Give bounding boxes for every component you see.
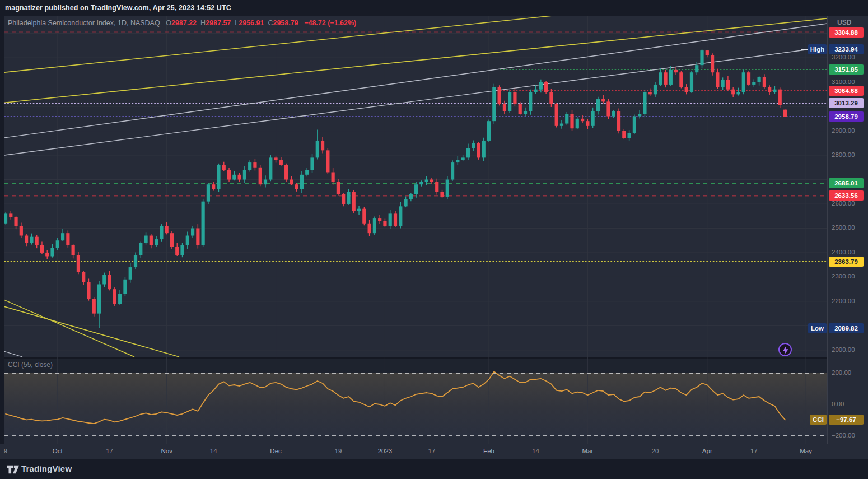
time-axis-tick: 20	[652, 448, 659, 454]
price-pane[interactable]	[0, 16, 827, 357]
price-badge: 2363.79	[829, 257, 864, 267]
ohlc-key: H	[200, 19, 206, 27]
ohlc-value: 2958.79	[273, 19, 298, 27]
high-chip: High	[808, 44, 827, 54]
candle-body	[97, 284, 101, 313]
candle-body	[570, 114, 573, 128]
trend-line	[0, 305, 179, 357]
price-pane-content	[0, 16, 827, 357]
candle-body	[332, 172, 335, 182]
candle-body	[342, 194, 345, 204]
candle-body	[139, 243, 142, 255]
candle-body	[347, 192, 350, 204]
candle-body	[544, 82, 548, 92]
currency-label: USD	[837, 18, 851, 26]
trend-line	[0, 24, 827, 138]
candle-body	[170, 233, 174, 247]
boost-button[interactable]	[778, 343, 792, 356]
price-axis[interactable]: USD 3200.003100.002900.002800.002600.002…	[827, 16, 868, 444]
price-badge: 3304.88	[829, 27, 864, 38]
candle-body	[25, 236, 28, 243]
candle-body	[123, 280, 127, 294]
time-axis-tick: Apr	[702, 448, 712, 454]
candle-body	[150, 236, 153, 245]
candle-body	[352, 192, 356, 211]
candle-body	[654, 85, 657, 94]
candle-body	[50, 248, 54, 256]
candle-body	[617, 111, 620, 131]
time-axis-tick: 14	[210, 448, 217, 454]
time-axis-tick: Feb	[483, 448, 494, 454]
time-axis-tick: 9	[4, 448, 7, 454]
candle-body	[404, 199, 407, 206]
time-axis-tick: Dec	[270, 448, 281, 454]
candle-body	[383, 221, 386, 226]
time-axis-tick: 17	[750, 448, 758, 454]
cci-pane[interactable]	[0, 357, 827, 444]
cci-indicator-label[interactable]: CCI (55, close)	[8, 361, 53, 369]
candle-body	[461, 157, 465, 160]
candle-body	[612, 111, 615, 117]
candle-body	[295, 184, 298, 189]
candle-body	[227, 170, 231, 179]
candle-body	[778, 90, 782, 105]
candle-body	[534, 90, 537, 92]
candle-body	[212, 184, 215, 189]
price-levels	[4, 32, 827, 262]
lightning-icon	[780, 345, 791, 356]
candle-body	[472, 143, 475, 148]
candle-body	[180, 245, 184, 255]
trend-line	[0, 350, 22, 357]
candle-body	[144, 236, 147, 243]
candle-body	[425, 180, 428, 182]
candle-body	[706, 50, 709, 55]
candle-body	[40, 245, 44, 253]
candle-body	[591, 111, 595, 126]
price-badge: 2685.01	[829, 178, 864, 188]
candle-body	[492, 87, 496, 121]
ohlc-value: 2987.57	[206, 19, 231, 27]
candle-body	[253, 162, 256, 168]
candle-body	[378, 218, 381, 221]
candle-body	[628, 133, 631, 138]
candle-body	[316, 141, 319, 157]
candle-body	[92, 299, 96, 314]
time-axis[interactable]: 9Oct17Nov14Dec19202317Feb14Mar20Apr17May	[0, 444, 868, 460]
candle-body	[248, 162, 251, 170]
tradingview-brand[interactable]: TradingView	[21, 464, 72, 473]
candle-body	[321, 141, 324, 150]
candle-body	[14, 217, 17, 226]
candle-body	[207, 184, 210, 201]
price-axis-label: 2300.00	[832, 273, 855, 280]
candle-body	[581, 119, 584, 121]
candle-body	[659, 72, 662, 85]
candle-body	[362, 209, 366, 224]
time-axis-tick: 17	[428, 448, 436, 454]
ohlc-key: O	[166, 19, 171, 27]
candle-body	[685, 87, 688, 92]
trend-lines[interactable]	[0, 16, 827, 357]
candle-body	[690, 72, 693, 92]
candle-body	[622, 131, 626, 138]
ohlc-value: 2987.22	[171, 19, 197, 27]
price-axis-label: 2400.00	[832, 249, 855, 255]
candle-body	[326, 150, 329, 172]
time-axis-tick: Nov	[161, 448, 172, 454]
candle-body	[752, 82, 755, 85]
candle-body	[191, 228, 194, 235]
candle-body	[368, 224, 371, 233]
candle-body	[274, 157, 277, 160]
price-badge: 2633.56	[829, 190, 864, 201]
tradingview-logo-icon[interactable]	[7, 465, 19, 474]
cci-axis-label: −200.00	[832, 432, 855, 439]
candle-body	[576, 119, 579, 128]
cci-axis-label: 200.00	[832, 369, 851, 376]
candle-body	[35, 237, 39, 245]
candle-body	[373, 218, 376, 233]
candle-body	[217, 165, 220, 189]
candle-body	[643, 92, 646, 114]
candle-body	[503, 104, 506, 111]
symbol-legend[interactable]: Philadelphia Semiconductor Index, 1D, NA…	[8, 19, 356, 27]
candle-body	[601, 99, 605, 101]
tradingview-snapshot: magnatizer published on TradingView.com,…	[0, 0, 868, 479]
